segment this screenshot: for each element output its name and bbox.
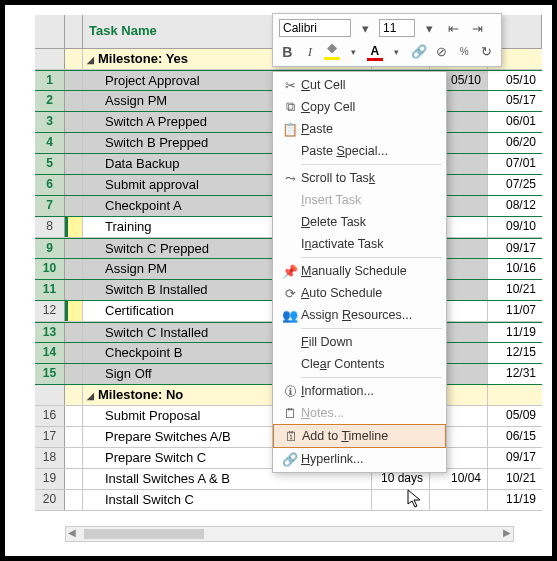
rownum[interactable] xyxy=(35,385,65,405)
menu-insert-task[interactable]: Insert Task xyxy=(273,189,446,211)
rownum[interactable]: 10 xyxy=(35,259,65,279)
indicator-cell xyxy=(65,280,83,300)
date-cell[interactable]: 07/25 xyxy=(488,175,542,195)
header-indicator[interactable] xyxy=(65,15,83,48)
date-cell[interactable]: 05/09 xyxy=(488,406,542,426)
date-cell[interactable]: 11/19 xyxy=(488,490,542,510)
fill-dropdown-icon[interactable]: ▾ xyxy=(345,42,362,62)
rownum[interactable]: 4 xyxy=(35,133,65,153)
fill-color-button[interactable] xyxy=(324,44,339,60)
date-cell[interactable]: 09/17 xyxy=(488,239,542,258)
date-cell[interactable]: 05/10 xyxy=(488,71,542,90)
rownum[interactable]: 3 xyxy=(35,112,65,132)
link-icon[interactable]: 🔗 xyxy=(411,42,428,62)
rownum[interactable]: 8 xyxy=(35,217,65,237)
rownum[interactable]: 14 xyxy=(35,343,65,363)
context-menu: ✂Cut Cell ⧉Copy Cell 📋Paste Paste Specia… xyxy=(272,71,447,473)
date-cell[interactable]: 09/10 xyxy=(488,217,542,237)
menu-hyperlink[interactable]: 🔗Hyperlink... xyxy=(273,448,446,470)
scroll-thumb[interactable] xyxy=(84,529,204,539)
header-rownum[interactable] xyxy=(35,15,65,48)
unlink-icon[interactable]: ⊘ xyxy=(433,42,450,62)
rownum[interactable]: 9 xyxy=(35,239,65,258)
menu-assign-resources[interactable]: 👥Assign Resources... xyxy=(273,304,446,326)
indicator-cell xyxy=(65,427,83,447)
outdent-icon[interactable]: ⇤ xyxy=(443,18,463,38)
date-cell[interactable]: 05/17 xyxy=(488,91,542,111)
menu-inactivate-task[interactable]: Inactivate Task xyxy=(273,233,446,255)
date-cell[interactable]: 10/16 xyxy=(488,259,542,279)
blank-icon xyxy=(279,191,301,209)
menu-clear-contents[interactable]: Clear Contents xyxy=(273,353,446,375)
menu-fill-down[interactable]: Fill Down xyxy=(273,331,446,353)
menu-cut[interactable]: ✂Cut Cell xyxy=(273,74,446,96)
rownum[interactable]: 6 xyxy=(35,175,65,195)
rownum[interactable]: 12 xyxy=(35,301,65,321)
rownum[interactable]: 19 xyxy=(35,469,65,489)
date-cell[interactable]: 12/31 xyxy=(488,364,542,384)
font-dropdown-icon[interactable]: ▾ xyxy=(355,18,375,38)
indicator-cell xyxy=(65,175,83,195)
menu-manually-schedule[interactable]: 📌Manually Schedule xyxy=(273,260,446,282)
menu-copy[interactable]: ⧉Copy Cell xyxy=(273,96,446,118)
cell[interactable] xyxy=(372,490,430,510)
indicator-cell xyxy=(65,301,83,321)
font-color-button[interactable]: A xyxy=(367,44,382,60)
percent-icon[interactable]: % xyxy=(456,42,473,62)
date-cell[interactable]: 07/01 xyxy=(488,154,542,174)
date-cell[interactable]: 06/01 xyxy=(488,112,542,132)
date-cell[interactable]: 10/21 xyxy=(488,469,542,489)
indent-icon[interactable]: ⇥ xyxy=(467,18,487,38)
menu-auto-schedule[interactable]: ⟳Auto Schedule xyxy=(273,282,446,304)
table-row[interactable]: 20Install Switch C11/19 xyxy=(35,490,542,511)
menu-separator xyxy=(301,257,442,258)
rownum[interactable]: 7 xyxy=(35,196,65,216)
date-cell[interactable]: 06/20 xyxy=(488,133,542,153)
size-dropdown-icon[interactable]: ▾ xyxy=(419,18,439,38)
menu-separator xyxy=(301,164,442,165)
rownum[interactable]: 5 xyxy=(35,154,65,174)
rownum[interactable]: 16 xyxy=(35,406,65,426)
font-size-combo[interactable]: 11 xyxy=(379,19,415,37)
rownum[interactable]: 2 xyxy=(35,91,65,111)
font-name-combo[interactable]: Calibri xyxy=(279,19,351,37)
indicator-cell xyxy=(65,343,83,363)
menu-add-to-timeline[interactable]: 🗓Add to Timeline xyxy=(273,424,446,448)
rownum[interactable] xyxy=(35,49,65,69)
horizontal-scrollbar[interactable] xyxy=(65,526,514,542)
blank-icon xyxy=(279,235,301,253)
task-name-cell[interactable]: Install Switch C xyxy=(83,490,372,510)
indicator-cell xyxy=(65,406,83,426)
rownum[interactable]: 18 xyxy=(35,448,65,468)
rownum[interactable]: 13 xyxy=(35,323,65,342)
menu-separator xyxy=(301,328,442,329)
bold-button[interactable]: B xyxy=(279,42,296,62)
date-cell[interactable]: 11/07 xyxy=(488,301,542,321)
rownum[interactable]: 17 xyxy=(35,427,65,447)
menu-notes[interactable]: 🗒Notes... xyxy=(273,402,446,424)
cell[interactable] xyxy=(430,490,488,510)
rownum[interactable]: 11 xyxy=(35,280,65,300)
date-cell[interactable]: 10/21 xyxy=(488,280,542,300)
date-cell[interactable]: 06/15 xyxy=(488,427,542,447)
menu-information[interactable]: 🛈Information... xyxy=(273,380,446,402)
rownum[interactable]: 1 xyxy=(35,71,65,90)
menu-paste-special[interactable]: Paste Special... xyxy=(273,140,446,162)
rownum[interactable]: 20 xyxy=(35,490,65,510)
rownum[interactable]: 15 xyxy=(35,364,65,384)
menu-delete-task[interactable]: Delete Task xyxy=(273,211,446,233)
date-cell[interactable]: 09/17 xyxy=(488,448,542,468)
date-cell[interactable]: 12/15 xyxy=(488,343,542,363)
refresh-icon[interactable]: ↻ xyxy=(478,42,495,62)
indicator-cell xyxy=(65,239,83,258)
date-cell[interactable]: 11/19 xyxy=(488,323,542,342)
menu-paste[interactable]: 📋Paste xyxy=(273,118,446,140)
blank-icon xyxy=(279,142,301,160)
blank-icon xyxy=(279,213,301,231)
menu-scroll-to-task[interactable]: ⤳Scroll to Task xyxy=(273,167,446,189)
indicator-cell xyxy=(65,490,83,510)
indicator-cell xyxy=(65,385,83,405)
date-cell[interactable]: 08/12 xyxy=(488,196,542,216)
italic-button[interactable]: I xyxy=(302,42,319,62)
fontcolor-dropdown-icon[interactable]: ▾ xyxy=(388,42,405,62)
